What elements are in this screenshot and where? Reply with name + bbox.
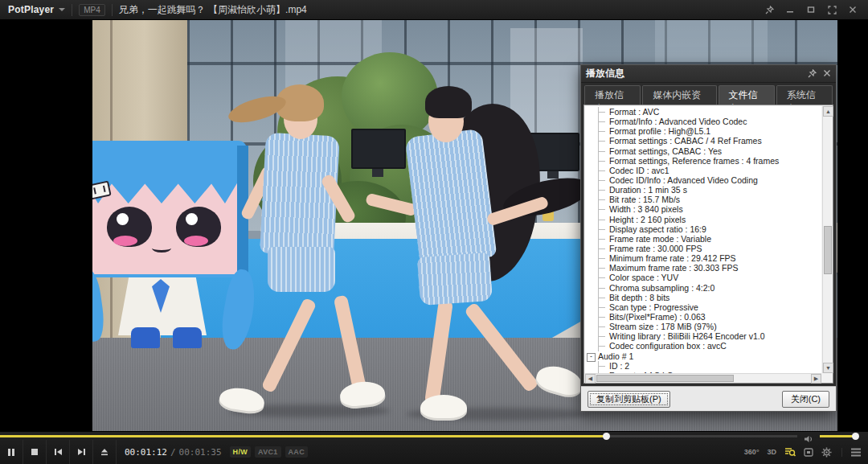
fullscreen-icon[interactable]: [823, 2, 841, 17]
playback-info-button[interactable]: [784, 447, 796, 457]
control-bar: 00:01:12 / 00:01:35 H/WAVC1AAC 360° 3D: [0, 431, 868, 464]
dialog-title: 播放信息: [586, 67, 624, 80]
mediainfo-line: Format : AVC: [585, 107, 821, 117]
previous-button[interactable]: [47, 440, 70, 464]
current-time: 00:01:12: [125, 447, 167, 458]
dialog-title-bar[interactable]: 播放信息: [581, 65, 836, 83]
scroll-right-arrow[interactable]: ▶: [811, 374, 821, 384]
mediainfo-line: Display aspect ratio : 16:9: [585, 224, 821, 234]
seek-thumb[interactable]: [603, 433, 610, 440]
mediainfo-line: Format/Info : Advanced Video Codec: [585, 117, 821, 126]
menu-hamburger-icon[interactable]: [841, 448, 862, 457]
divider: [112, 4, 113, 16]
mediainfo-line: Bit depth : 8 bits: [585, 293, 821, 302]
dancer-torso: [405, 129, 497, 266]
codec-badge: H/W: [230, 446, 251, 458]
mediainfo-line: ID : 2: [585, 361, 821, 371]
next-button[interactable]: [70, 440, 93, 464]
minimize-icon[interactable]: [781, 2, 799, 17]
mediainfo-line: Minimum frame rate : 29.412 FPS: [585, 253, 821, 263]
dialog-window-controls: [808, 69, 831, 78]
window-controls: [760, 2, 868, 17]
open-eject-button[interactable]: [93, 440, 117, 464]
scroll-up-arrow[interactable]: ▲: [823, 106, 833, 117]
mediainfo-line: Codec ID : avc1: [585, 166, 821, 175]
dialog-pin-icon[interactable]: [808, 69, 817, 78]
mediainfo-line: Color space : YUV: [585, 273, 821, 282]
window-title: 兄弟，一起跳舞吗？ 【周淑怡欣小萌】.mp4: [119, 3, 307, 17]
dialog-close-button[interactable]: 关闭(C): [782, 391, 829, 408]
mascot-mouth: [152, 244, 171, 253]
three-d-button[interactable]: 3D: [767, 448, 776, 456]
dancer-ponytail: [226, 91, 289, 127]
potplayer-window: PotPlayer MP4 兄弟，一起跳舞吗？ 【周淑怡欣小萌】.mp4: [0, 0, 868, 464]
mascot-hair-strand: [92, 268, 107, 343]
volume-level: [820, 435, 855, 437]
mediainfo-line: Codec ID/Info : Advanced Video Coding: [585, 175, 821, 185]
mediainfo-line: Maximum frame rate : 30.303 FPS: [585, 263, 821, 273]
volume-thumb[interactable]: [852, 433, 859, 440]
dancer-leg: [464, 302, 539, 393]
divider: [72, 4, 72, 16]
mediainfo-line: Codec configuration box : avcC: [585, 341, 821, 351]
pause-button[interactable]: [0, 440, 23, 464]
seek-progress: [0, 435, 606, 437]
mediainfo-line: Chroma subsampling : 4:2:0: [585, 283, 821, 293]
seek-bar[interactable]: [0, 435, 797, 437]
mediainfo-line: Stream size : 178 MiB (97%): [585, 322, 821, 331]
dancer-bangs: [425, 86, 472, 118]
dialog-footer: 复制到剪贴板(P) 关闭(C): [581, 386, 836, 411]
dancer-arm: [365, 192, 418, 216]
mascot-blush: [113, 236, 137, 246]
copy-to-clipboard-button[interactable]: 复制到剪贴板(P): [588, 391, 670, 408]
dancer-slipper: [420, 395, 467, 421]
horizontal-scrollbar[interactable]: ◀ ▶: [585, 373, 821, 383]
vertical-scrollbar[interactable]: ▲ ▼: [822, 106, 833, 373]
stop-button[interactable]: [23, 440, 47, 464]
control-panel-button[interactable]: [804, 448, 813, 457]
mediainfo-line: Format profile : High@L5.1: [585, 126, 821, 136]
right-controls: 360° 3D: [744, 447, 868, 458]
scroll-left-arrow[interactable]: ◀: [585, 374, 596, 384]
settings-gear-icon[interactable]: [821, 447, 832, 458]
codec-badges: H/WAVC1AAC: [230, 446, 308, 458]
app-menu-chevron-icon[interactable]: [59, 8, 65, 11]
mediainfo-line: Format settings : CABAC / 4 Ref Frames: [585, 136, 821, 146]
scroll-down-arrow[interactable]: ▼: [823, 363, 833, 373]
mediainfo-line: Frame rate mode : Variable: [585, 234, 821, 244]
app-logo[interactable]: PotPlayer: [0, 4, 59, 15]
total-time: 00:01:35: [179, 447, 222, 458]
mascot-foot: [173, 327, 202, 348]
dancer-shorts: [268, 247, 335, 292]
dancer-shorts: [417, 253, 493, 306]
playback-info-dialog: 播放信息 播放信息媒体内嵌资源文件信息系统信息 Format : AVCForm…: [580, 64, 837, 412]
transport-buttons: 00:01:12 / 00:01:35 H/WAVC1AAC 360° 3D: [0, 440, 868, 464]
maximize-icon[interactable]: [802, 2, 820, 17]
format-badge: MP4: [79, 4, 105, 16]
mediainfo-line: Writing library : BiliBili H264 Encoder …: [585, 331, 821, 341]
volume-bar[interactable]: [820, 435, 858, 437]
close-icon[interactable]: [844, 2, 862, 17]
title-bar: PotPlayer MP4 兄弟，一起跳舞吗？ 【周淑怡欣小萌】.mp4: [0, 0, 868, 20]
mediainfo-line: Bits/(Pixel*Frame) : 0.063: [585, 312, 821, 322]
horizontal-scroll-thumb[interactable]: [596, 375, 734, 382]
mediainfo-line: Bit rate : 15.7 Mb/s: [585, 195, 821, 204]
codec-badge: AAC: [285, 446, 308, 458]
mediainfo-line: Audio # 1: [585, 351, 821, 361]
codec-badge: AVC1: [255, 446, 281, 458]
vr-360-button[interactable]: 360°: [744, 448, 760, 456]
mediainfo-view[interactable]: Format : AVCFormat/Info : Advanced Video…: [585, 106, 821, 373]
mascot-foot: [131, 327, 160, 348]
dancer-slipper: [533, 362, 585, 401]
pin-icon[interactable]: [760, 2, 778, 17]
dancer-leg: [260, 298, 317, 394]
mediainfo-line: Scan type : Progressive: [585, 302, 821, 312]
dialog-close-icon[interactable]: [823, 69, 831, 78]
dancer-leg: [424, 299, 453, 404]
mediainfo-line: Width : 3 840 pixels: [585, 204, 821, 214]
dancer-black-hair: [358, 84, 599, 430]
mediainfo-line: Format settings, CABAC : Yes: [585, 146, 821, 156]
vertical-scroll-thumb[interactable]: [824, 226, 832, 274]
dancer-slipper: [218, 385, 266, 416]
dialog-body: Format : AVCFormat/Info : Advanced Video…: [583, 105, 833, 384]
